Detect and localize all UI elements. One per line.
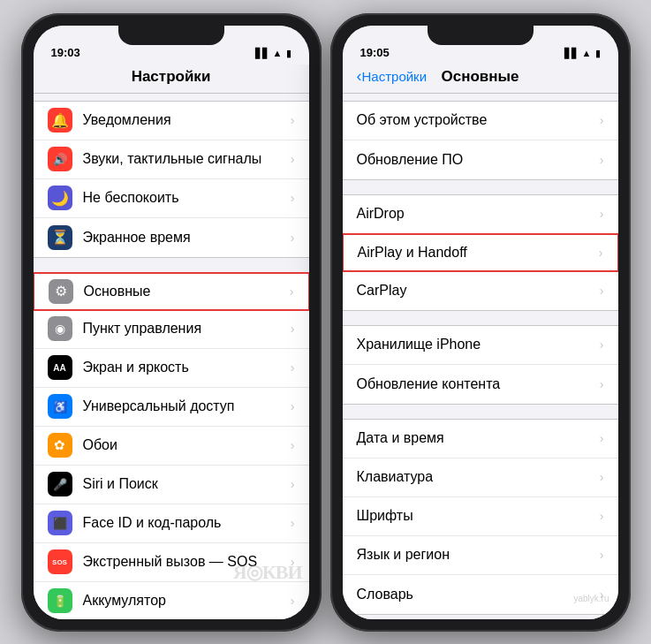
settings-group-1: 🔔 Уведомления › 🔊 Звуки, тактильные сигн… <box>34 101 309 258</box>
list-item[interactable]: Обновление контента › <box>343 365 618 404</box>
wallpaper-icon: ✿ <box>48 433 72 458</box>
item-label: Аккумулятор <box>83 593 291 609</box>
settings-group-2-2: AirDrop › AirPlay и Handoff › CarPlay › <box>343 194 618 311</box>
item-label: Экран и яркость <box>83 360 291 375</box>
settings-list-2-2: AirDrop › AirPlay и Handoff › CarPlay › <box>343 194 618 311</box>
settings-group-2: ⚙ Основные › ◉ Пункт управления › <box>34 272 309 619</box>
settings-list-2-4: Дата и время › Клавиатура › Шрифты › Я <box>343 419 618 615</box>
chevron-icon: › <box>600 509 604 523</box>
item-label: Основные <box>84 284 290 299</box>
battery-icon: ▮ <box>286 48 291 59</box>
list-item[interactable]: Дата и время › <box>343 420 618 458</box>
list-item[interactable]: Шрифты › <box>343 497 618 536</box>
list-item[interactable]: Об этом устройстве › <box>343 102 618 140</box>
wifi-icon: ▲ <box>273 48 283 58</box>
settings-list-1: 🔔 Уведомления › 🔊 Звуки, тактильные сигн… <box>34 101 309 258</box>
list-item[interactable]: ♿ Универсальный доступ › <box>34 388 309 427</box>
settings-list-2-1: Об этом устройстве › Обновление ПО › <box>343 101 618 180</box>
chevron-icon: › <box>600 153 604 167</box>
chevron-icon: › <box>599 246 603 260</box>
page-title-1: Настройки <box>48 68 295 86</box>
item-label: AirPlay и Handoff <box>358 245 599 261</box>
list-item[interactable]: AA Экран и яркость › <box>34 349 309 388</box>
item-label: Язык и регион <box>357 547 600 563</box>
item-label: Обновление ПО <box>357 152 600 168</box>
nav-bar-2: ‹ Настройки Основные <box>343 64 618 94</box>
chevron-icon: › <box>291 322 295 336</box>
settings-group-2-1: Об этом устройстве › Обновление ПО › <box>343 101 618 180</box>
list-item[interactable]: 🎤 Siri и Поиск › <box>34 466 309 504</box>
chevron-icon: › <box>291 399 295 413</box>
item-label: Хранилище iPhone <box>357 337 600 352</box>
wifi-icon-2: ▲ <box>582 48 592 58</box>
chevron-icon: › <box>291 594 295 608</box>
item-label: Пункт управления <box>83 321 291 337</box>
chevron-icon: › <box>291 555 295 569</box>
item-label: Обои <box>83 437 291 453</box>
chevron-icon: › <box>600 207 604 221</box>
accessibility-icon: ♿ <box>48 394 72 419</box>
chevron-icon: › <box>291 113 295 127</box>
chevron-icon: › <box>291 152 295 166</box>
phone-2: 19:05 ▋▋ ▲ ▮ ‹ Настройки Основные <box>330 13 631 632</box>
general-item[interactable]: ⚙ Основные › <box>34 272 309 311</box>
item-label: AirDrop <box>357 206 600 222</box>
battery-icon-2: ▮ <box>595 48 601 59</box>
list-item[interactable]: ⬛ Face ID и код-пароль › <box>34 504 309 543</box>
item-label: Об этом устройстве <box>357 112 600 128</box>
item-label: Экранное время <box>83 230 291 246</box>
list-item[interactable]: 🌙 Не беспокоить › <box>34 179 309 218</box>
list-item[interactable]: Клавиатура › <box>343 458 618 497</box>
list-item[interactable]: ✿ Обои › <box>34 427 309 466</box>
item-label: Экстренный вызов — SOS <box>83 554 291 570</box>
scroll-1[interactable]: 🔔 Уведомления › 🔊 Звуки, тактильные сигн… <box>34 94 309 619</box>
list-item[interactable]: AirDrop › <box>343 195 618 234</box>
list-item[interactable]: CarPlay › <box>343 271 618 310</box>
siri-icon: 🎤 <box>48 472 72 496</box>
notch-2 <box>428 26 534 45</box>
sos-icon: SOS <box>48 549 72 574</box>
back-label: Настройки <box>362 69 428 84</box>
settings-group-2-3: Хранилище iPhone › Обновление контента › <box>343 325 618 405</box>
item-label: CarPlay <box>357 283 600 299</box>
status-icons-2: ▋▋ ▲ ▮ <box>564 48 601 59</box>
signal-icon-2: ▋▋ <box>564 48 579 59</box>
control-icon: ◉ <box>48 316 72 341</box>
list-item[interactable]: 🔊 Звуки, тактильные сигналы › <box>34 140 309 179</box>
list-item[interactable]: ◉ Пункт управления › <box>34 310 309 349</box>
airplay-handoff-item[interactable]: AirPlay и Handoff › <box>343 233 618 272</box>
item-label: Универсальный доступ <box>83 398 291 414</box>
chevron-icon: › <box>600 548 604 562</box>
list-item[interactable]: Хранилище iPhone › <box>343 326 618 365</box>
settings-list-2-3: Хранилище iPhone › Обновление контента › <box>343 325 618 405</box>
list-item[interactable]: 🔋 Аккумулятор › <box>34 582 309 619</box>
notch-1 <box>118 26 224 45</box>
item-label: Дата и время <box>357 430 600 446</box>
chevron-icon: › <box>291 231 295 245</box>
item-label: Шрифты <box>357 508 600 524</box>
general-icon: ⚙ <box>49 279 73 304</box>
signal-icon: ▋▋ <box>255 48 269 59</box>
screentime-icon: ⏳ <box>48 225 72 250</box>
list-item[interactable]: Обновление ПО › <box>343 140 618 179</box>
list-item[interactable]: ⏳ Экранное время › <box>34 218 309 257</box>
list-item[interactable]: Язык и регион › <box>343 536 618 575</box>
chevron-icon: › <box>291 516 295 530</box>
list-item[interactable]: 🔔 Уведомления › <box>34 102 309 140</box>
watermark-url: yablyk.ru <box>573 594 609 603</box>
settings-group-2-4: Дата и время › Клавиатура › Шрифты › Я <box>343 419 618 615</box>
back-button[interactable]: ‹ Настройки <box>357 67 428 86</box>
settings-list-2: ⚙ Основные › ◉ Пункт управления › <box>34 272 309 619</box>
page-title-2: Основные <box>441 68 519 86</box>
chevron-icon: › <box>291 360 295 375</box>
chevron-icon: › <box>600 337 604 352</box>
chevron-icon: › <box>291 191 295 205</box>
nav-bar-1: Настройки <box>34 64 309 94</box>
item-label: Обновление контента <box>357 376 600 392</box>
scroll-2[interactable]: Об этом устройстве › Обновление ПО › Air… <box>343 94 618 619</box>
screen-1: 19:03 ▋▋ ▲ ▮ Настройки 🔔 <box>34 26 309 619</box>
notification-icon: 🔔 <box>48 108 72 133</box>
item-label: Не беспокоить <box>83 190 291 206</box>
list-item[interactable]: SOS Экстренный вызов — SOS › <box>34 543 309 582</box>
dnd-icon: 🌙 <box>48 186 72 210</box>
